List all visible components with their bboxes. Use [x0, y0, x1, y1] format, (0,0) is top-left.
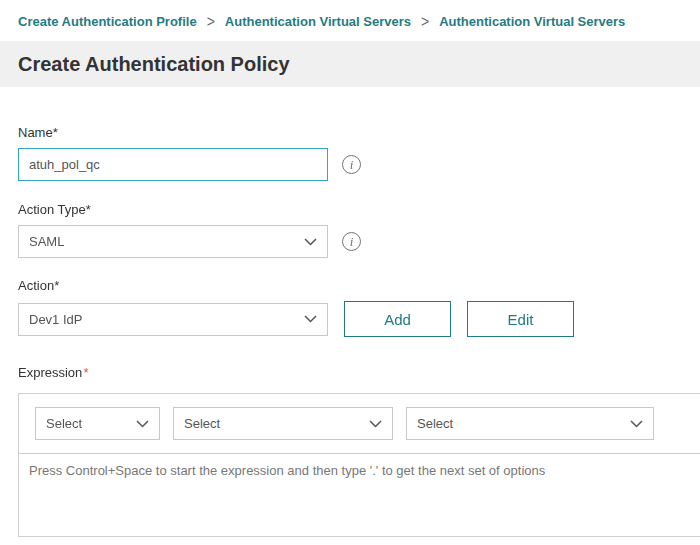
info-icon[interactable]: i — [342, 232, 361, 251]
chevron-down-icon — [136, 420, 149, 428]
expression-select-1[interactable]: Select — [35, 407, 160, 440]
expression-select-3-value: Select — [417, 416, 453, 431]
breadcrumb-link-authentication-virtual-servers-2[interactable]: Authentication Virtual Servers — [439, 14, 625, 29]
expression-select-2-value: Select — [184, 416, 220, 431]
action-label: Action* — [18, 278, 700, 293]
breadcrumb-separator: > — [421, 11, 429, 30]
name-input[interactable] — [18, 148, 328, 181]
expression-label: Expression * — [18, 365, 700, 380]
expression-builder: Select Select Select — [18, 393, 700, 537]
expression-select-row: Select Select Select — [19, 394, 700, 453]
action-type-select[interactable]: SAML — [18, 225, 328, 258]
form-content: Name* i Action Type* SAML i Action* Dev1… — [0, 125, 700, 537]
action-type-required-mark: * — [86, 202, 91, 217]
expression-textarea[interactable] — [19, 453, 700, 536]
add-button[interactable]: Add — [344, 301, 451, 337]
action-select[interactable]: Dev1 IdP — [18, 303, 328, 336]
expression-required-mark: * — [83, 365, 88, 380]
name-required-mark: * — [53, 125, 58, 140]
chevron-down-icon — [304, 238, 317, 246]
chevron-down-icon — [304, 315, 317, 323]
breadcrumb: Create Authentication Profile > Authenti… — [0, 0, 700, 29]
info-icon[interactable]: i — [342, 155, 361, 174]
chevron-down-icon — [369, 420, 382, 428]
edit-button[interactable]: Edit — [467, 301, 574, 337]
chevron-down-icon — [630, 420, 643, 428]
action-required-mark: * — [54, 278, 59, 293]
page-header: Create Authentication Policy — [0, 41, 700, 87]
expression-select-3[interactable]: Select — [406, 407, 654, 440]
action-type-selected-value: SAML — [29, 234, 64, 249]
breadcrumb-link-authentication-virtual-servers[interactable]: Authentication Virtual Servers — [225, 14, 411, 29]
expression-select-1-value: Select — [46, 416, 82, 431]
page-title: Create Authentication Policy — [18, 53, 290, 76]
breadcrumb-separator: > — [207, 11, 215, 30]
name-label: Name* — [18, 125, 700, 140]
breadcrumb-link-create-authentication-profile[interactable]: Create Authentication Profile — [18, 14, 197, 29]
action-selected-value: Dev1 IdP — [29, 312, 82, 327]
expression-select-2[interactable]: Select — [173, 407, 393, 440]
action-type-label: Action Type* — [18, 202, 700, 217]
